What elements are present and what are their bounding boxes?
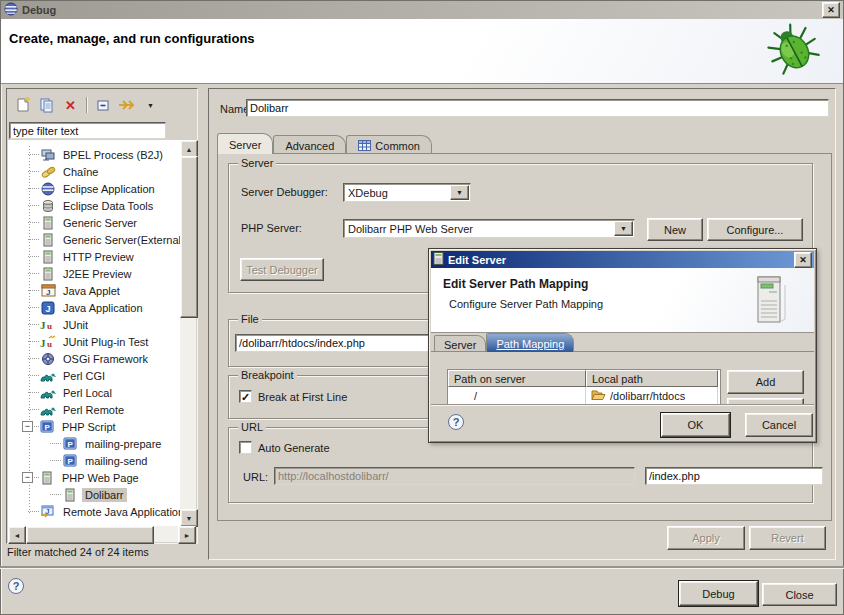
scroll-right-icon[interactable]: ► [178, 526, 196, 544]
tree-item-cha-ne[interactable]: Chaîne [8, 163, 183, 180]
database-icon [40, 198, 56, 213]
tree-connector-line [28, 409, 39, 410]
tree-item-mailing-prepare[interactable]: Pmailing-prepare [8, 435, 183, 452]
server-debugger-select[interactable]: XDebug ▼ [343, 183, 471, 202]
tree-item-junit[interactable]: JuJUnit [8, 316, 183, 333]
tree-item-php-script[interactable]: −PPHP Script [8, 418, 183, 435]
chevron-down-icon[interactable]: ▼ [450, 185, 469, 200]
tab-server[interactable]: Server [217, 133, 273, 154]
tree-item-perl-cgi[interactable]: Perl CGI [8, 367, 183, 384]
dialog-close-button[interactable]: ✕ [794, 252, 812, 268]
junit-plugin-icon: Ju [40, 334, 56, 349]
tree-item-generic-server[interactable]: Generic Server [8, 214, 183, 231]
collapse-node-icon[interactable]: − [22, 472, 33, 483]
dialog-help-icon[interactable]: ? [448, 414, 464, 430]
svg-text:J: J [40, 337, 46, 349]
horizontal-scroll-thumb[interactable] [26, 526, 154, 544]
server-icon [62, 487, 78, 502]
server-icon [40, 266, 56, 281]
tab-server-settings[interactable]: Server [434, 335, 486, 352]
collapse-all-icon[interactable] [94, 97, 111, 114]
table-row[interactable]: / /dolibarr/htdocs [448, 387, 720, 404]
tree-connector-line [28, 392, 39, 393]
footer-separator [0, 566, 844, 568]
edit-server-titlebar[interactable]: Edit Server ✕ [431, 251, 814, 268]
column-local-path[interactable]: Local path [586, 370, 718, 387]
server-debugger-label: Server Debugger: [241, 186, 328, 198]
close-button[interactable]: Close [762, 583, 837, 606]
tree-item-perl-remote[interactable]: Perl Remote [8, 401, 183, 418]
ok-button[interactable]: OK [661, 413, 730, 437]
apply-button[interactable]: Apply [667, 526, 745, 550]
php-icon: P [62, 453, 78, 468]
tree-item-label: PHP Web Page [59, 471, 142, 485]
server-icon [39, 470, 55, 485]
svg-text:J: J [40, 319, 46, 331]
collapse-node-icon[interactable]: − [22, 421, 33, 432]
filter-configurations-icon[interactable] [118, 97, 135, 114]
configure-server-button[interactable]: Configure... [707, 218, 803, 241]
add-mapping-button[interactable]: Add [727, 370, 804, 394]
window-close-button[interactable]: ✕ [822, 2, 840, 18]
tree-item-j2ee-preview[interactable]: J2EE Preview [8, 265, 183, 282]
svg-text:u: u [47, 321, 52, 331]
debug-button[interactable]: Debug [679, 581, 758, 606]
column-path-on-server[interactable]: Path on server [448, 370, 586, 387]
auto-generate-checkbox[interactable]: ✓ [239, 441, 252, 454]
delete-configuration-icon[interactable]: ✕ [62, 97, 79, 114]
tree-item-http-preview[interactable]: HTTP Preview [8, 248, 183, 265]
test-debugger-button[interactable]: Test Debugger [240, 258, 324, 281]
tree-item-eclipse-data-tools[interactable]: Eclipse Data Tools [8, 197, 183, 214]
tab-common[interactable]: Common [346, 135, 432, 154]
perl-icon [40, 385, 56, 400]
debug-bug-icon [765, 21, 823, 79]
vertical-scroll-thumb[interactable] [180, 156, 198, 318]
server-icon [40, 249, 56, 264]
new-server-button[interactable]: New [647, 218, 703, 241]
tree-item-label: Eclipse Data Tools [60, 199, 156, 213]
help-icon[interactable]: ? [8, 578, 24, 594]
tree-connector-line [28, 188, 39, 189]
duplicate-configuration-icon[interactable] [38, 97, 55, 114]
window-titlebar[interactable]: Debug ✕ [1, 1, 843, 19]
tree-item-perl-local[interactable]: Perl Local [8, 384, 183, 401]
menu-dropdown-icon[interactable]: ▼ [142, 97, 159, 114]
eclipse-icon [40, 181, 56, 196]
edit-server-tabs: Server Path Mapping [434, 333, 574, 352]
scroll-left-icon[interactable]: ◄ [8, 526, 26, 544]
perl-icon [40, 402, 56, 417]
chain-icon [40, 164, 56, 179]
tree-item-generic-server-external-la[interactable]: Generic Server(External La [8, 231, 183, 248]
tree-horizontal-scrollbar[interactable]: ◄ ► [8, 526, 196, 542]
cancel-button[interactable]: Cancel [745, 413, 813, 437]
tree-item-bpel-process-b2j[interactable]: BPEL Process (B2J) [8, 146, 183, 163]
tab-advanced[interactable]: Advanced [273, 135, 346, 154]
tree-item-junit-plug-in-test[interactable]: JuJUnit Plug-in Test [8, 333, 183, 350]
filter-input[interactable] [9, 122, 166, 139]
name-input[interactable] [246, 99, 829, 117]
scroll-down-icon[interactable]: ▼ [180, 509, 198, 527]
tree-item-remote-java-application[interactable]: JRemote Java Application [8, 503, 183, 520]
php-server-select[interactable]: Dolibarr PHP Web Server ▼ [343, 219, 635, 238]
tree-item-osgi-framework[interactable]: OSGi Framework [8, 350, 183, 367]
configurations-toolbar: ✕ ▼ [9, 91, 195, 119]
break-at-first-line-checkbox[interactable]: ✓ [239, 390, 252, 403]
tree-item-label: Remote Java Application [60, 505, 183, 519]
tree-connector-line [28, 307, 39, 308]
tree-item-eclipse-application[interactable]: Eclipse Application [8, 180, 183, 197]
tree-item-dolibarr[interactable]: Dolibarr [8, 486, 183, 503]
url-group-title: URL [238, 421, 266, 433]
url-path-input[interactable] [645, 467, 823, 485]
edit-server-title: Edit Server [448, 254, 506, 266]
tab-path-mapping[interactable]: Path Mapping [486, 333, 574, 352]
tree-item-java-applet[interactable]: JJava Applet [8, 282, 183, 299]
tree-item-java-application[interactable]: JJava Application [8, 299, 183, 316]
tree-item-mailing-send[interactable]: Pmailing-send [8, 452, 183, 469]
path-on-server-cell: / [448, 387, 586, 404]
tree-item-label: Java Application [60, 301, 146, 315]
new-configuration-icon[interactable] [14, 97, 31, 114]
chevron-down-icon[interactable]: ▼ [614, 221, 633, 236]
tree-item-php-web-page[interactable]: −PHP Web Page [8, 469, 183, 486]
tree-vertical-scrollbar[interactable]: ▲ ▼ [180, 140, 196, 527]
revert-button[interactable]: Revert [749, 526, 826, 550]
